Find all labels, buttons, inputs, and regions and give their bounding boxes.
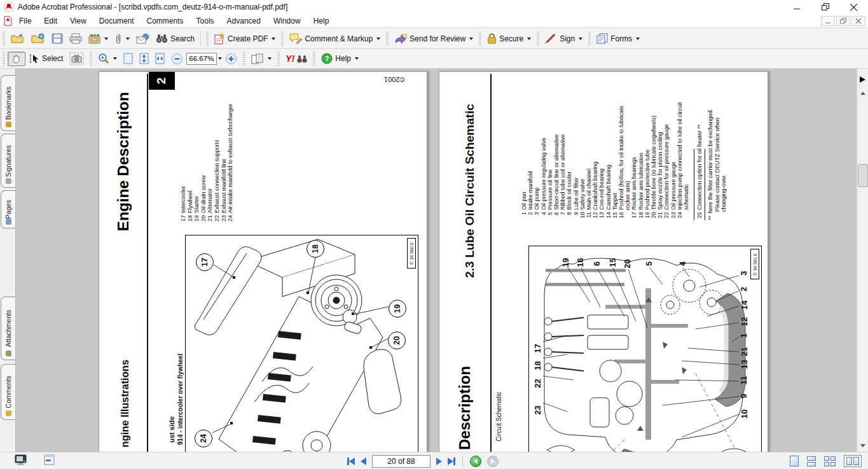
next-view-button[interactable] [487, 456, 499, 467]
forms-button[interactable]: Forms [593, 31, 643, 46]
snapshot-tool-button[interactable] [66, 50, 87, 67]
organizer-button[interactable] [85, 32, 111, 46]
next-page-button[interactable] [436, 458, 442, 465]
menu-item[interactable]: Advanced [221, 15, 267, 27]
select-label: Select [42, 54, 63, 63]
signatures-tab[interactable]: Signatures [1, 134, 15, 188]
menu-item[interactable]: Tools [190, 15, 221, 27]
send-for-review-button[interactable]: Send for Review [391, 32, 476, 46]
lock-icon [487, 33, 497, 44]
dropdown-caret [113, 57, 117, 60]
toolbar-gripper[interactable] [537, 32, 539, 46]
continuous-button[interactable] [807, 456, 816, 466]
scrollbar-thumb[interactable] [858, 164, 868, 187]
sign-button[interactable]: Sign [542, 32, 586, 46]
page-navigation [347, 452, 499, 469]
toolbar-gripper[interactable] [281, 32, 284, 46]
create-pdf-button[interactable]: Create PDF [211, 31, 279, 46]
toolbar-toggle-button[interactable] [44, 454, 55, 468]
open-button[interactable] [8, 31, 28, 46]
menu-item[interactable]: Window [267, 15, 307, 27]
open-web-button[interactable] [28, 31, 48, 46]
dropdown-caret [104, 38, 108, 40]
callout-20: 20 [622, 255, 632, 272]
previous-page-button[interactable] [361, 458, 366, 465]
last-page-button[interactable] [448, 458, 455, 465]
continuous-facing-button[interactable] [824, 456, 836, 466]
first-page-button[interactable] [347, 458, 355, 465]
attachments-tab[interactable]: Attachments [1, 297, 15, 360]
email-button[interactable] [133, 32, 153, 46]
single-page-button[interactable] [790, 456, 799, 466]
actual-size-button[interactable] [120, 51, 136, 66]
print-button[interactable] [66, 31, 85, 46]
view-toolbar: Select [0, 49, 868, 69]
scroll-down-button[interactable] [858, 440, 868, 451]
menu-item[interactable]: Help [307, 15, 336, 27]
attach-button[interactable] [111, 31, 133, 46]
figure-caption-model: 914 - intercooler over flywheel [176, 347, 185, 451]
fit-page-button[interactable] [136, 51, 152, 66]
help-button[interactable]: ? Help [318, 51, 362, 66]
menu-item[interactable]: Document [93, 15, 141, 27]
minimize-button[interactable] [782, 0, 811, 14]
right-page[interactable]: 2.3 Lube Oil Circuit Schematic 1Oil pan … [439, 71, 768, 452]
pages-tab[interactable]: Pages [1, 190, 15, 228]
left-page[interactable]: 2 Engine Description ©2001 17Intercooler [99, 71, 427, 452]
callout-22: 22 [532, 375, 542, 391]
toolbar-gripper[interactable] [90, 52, 92, 66]
comment-markup-button[interactable]: Comment & Markup [286, 31, 383, 46]
secure-button[interactable]: Secure [484, 31, 534, 46]
document-canvas[interactable]: 2 Engine Description ©2001 17Intercooler [16, 69, 857, 452]
toolbar-gripper[interactable] [243, 52, 245, 66]
magnifier-icon [98, 53, 109, 64]
facing-button[interactable] [844, 455, 862, 467]
toolbar-gripper[interactable] [3, 32, 5, 46]
bookmarks-tab[interactable]: Bookmarks [1, 75, 15, 131]
select-tool-button[interactable]: Select [25, 52, 66, 66]
parts-list-item: 23Oil pressure gauge [670, 99, 677, 220]
toolbar-overflow-button[interactable] [860, 76, 865, 83]
previous-view-button[interactable] [470, 456, 481, 467]
page-layout-button[interactable] [248, 52, 275, 66]
zoom-out-button[interactable] [168, 51, 186, 67]
zoom-in-button[interactable] [222, 51, 240, 67]
zoom-tool-button[interactable] [95, 51, 120, 66]
menu-item[interactable]: Edit [38, 15, 64, 27]
close-button[interactable] [839, 0, 868, 14]
comments-tab[interactable]: Comments [1, 364, 15, 420]
toolbar-gripper[interactable] [206, 32, 209, 46]
doc-minimize-button[interactable] [821, 16, 835, 26]
yim-search-button[interactable]: Y! [282, 52, 310, 66]
menu-item[interactable]: File [13, 15, 38, 27]
toolbar-gripper[interactable] [479, 32, 481, 46]
dropdown-caret [355, 57, 359, 60]
search-button[interactable]: Search [153, 32, 198, 45]
menu-item[interactable]: View [64, 15, 93, 27]
zoom-level-input[interactable] [186, 53, 217, 65]
doc-restore-button[interactable] [836, 16, 850, 26]
page-number-input[interactable] [372, 455, 431, 468]
toolbar-gripper[interactable] [588, 32, 591, 46]
callout-17: 17 [532, 340, 542, 356]
save-button[interactable] [48, 31, 66, 46]
scroll-up-button[interactable] [858, 88, 868, 98]
fullscreen-button[interactable] [14, 454, 27, 468]
toolbar-gripper[interactable] [386, 32, 389, 46]
toolbar-gripper[interactable] [3, 52, 5, 66]
footnote-rule [694, 149, 694, 220]
parts-list-item: 10Safety valve [579, 99, 586, 220]
parts-list-item: 8Block oil cooler [566, 99, 572, 220]
yahoo-binoculars-icon [297, 55, 307, 63]
menu-item[interactable]: Comments [141, 15, 190, 27]
toolbar-gripper[interactable] [313, 52, 315, 66]
restore-button[interactable] [811, 0, 839, 14]
parts-list-item: 23Exhaust manifold line [221, 90, 228, 223]
send-review-icon [394, 34, 407, 44]
hand-tool-button[interactable] [8, 52, 25, 66]
toolbar-gripper[interactable] [277, 52, 280, 66]
doc-close-button[interactable] [851, 16, 865, 26]
sign-label: Sign [560, 34, 575, 43]
forms-icon [596, 33, 608, 44]
fit-width-button[interactable] [152, 51, 168, 66]
